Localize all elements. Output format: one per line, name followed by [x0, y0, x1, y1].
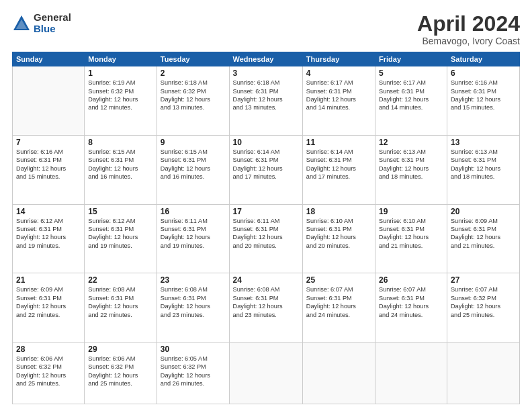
day-number: 4: [306, 68, 371, 78]
week-row-2: 7Sunrise: 6:16 AM Sunset: 6:31 PM Daylig…: [13, 135, 520, 204]
calendar-cell: [302, 342, 375, 404]
day-header-friday: Friday: [375, 52, 447, 66]
logo-icon: [12, 14, 31, 33]
calendar-cell: 23Sunrise: 6:08 AM Sunset: 6:31 PM Dayli…: [157, 273, 229, 342]
day-number: 19: [379, 207, 443, 216]
day-number: 7: [16, 138, 81, 147]
calendar-title: April 2024: [417, 12, 520, 36]
calendar-cell: 15Sunrise: 6:12 AM Sunset: 6:31 PM Dayli…: [85, 204, 157, 273]
day-info: Sunrise: 6:09 AM Sunset: 6:31 PM Dayligh…: [451, 217, 516, 250]
day-info: Sunrise: 6:10 AM Sunset: 6:31 PM Dayligh…: [379, 217, 443, 250]
calendar-cell: 16Sunrise: 6:11 AM Sunset: 6:31 PM Dayli…: [157, 204, 229, 273]
day-info: Sunrise: 6:07 AM Sunset: 6:31 PM Dayligh…: [379, 285, 443, 319]
calendar-subtitle: Bemavogo, Ivory Coast: [417, 36, 520, 46]
day-number: 15: [88, 207, 153, 216]
logo-blue: Blue: [34, 24, 71, 35]
calendar-cell: 7Sunrise: 6:16 AM Sunset: 6:31 PM Daylig…: [13, 135, 85, 204]
day-info: Sunrise: 6:08 AM Sunset: 6:31 PM Dayligh…: [88, 285, 153, 319]
day-number: 10: [233, 138, 299, 147]
calendar-cell: 4Sunrise: 6:17 AM Sunset: 6:31 PM Daylig…: [302, 66, 375, 136]
calendar-cell: 10Sunrise: 6:14 AM Sunset: 6:31 PM Dayli…: [229, 135, 302, 204]
day-info: Sunrise: 6:05 AM Sunset: 6:32 PM Dayligh…: [161, 355, 226, 388]
calendar-cell: 8Sunrise: 6:15 AM Sunset: 6:31 PM Daylig…: [85, 135, 157, 204]
day-info: Sunrise: 6:14 AM Sunset: 6:31 PM Dayligh…: [233, 148, 299, 181]
calendar-cell: 12Sunrise: 6:13 AM Sunset: 6:31 PM Dayli…: [375, 135, 447, 204]
calendar-cell: 28Sunrise: 6:06 AM Sunset: 6:32 PM Dayli…: [13, 342, 85, 404]
day-info: Sunrise: 6:06 AM Sunset: 6:32 PM Dayligh…: [16, 355, 81, 388]
day-header-thursday: Thursday: [302, 52, 375, 66]
calendar-header: SundayMondayTuesdayWednesdayThursdayFrid…: [13, 52, 520, 66]
calendar-cell: 30Sunrise: 6:05 AM Sunset: 6:32 PM Dayli…: [157, 342, 229, 404]
calendar-cell: 6Sunrise: 6:16 AM Sunset: 6:31 PM Daylig…: [447, 66, 519, 136]
day-info: Sunrise: 6:16 AM Sunset: 6:31 PM Dayligh…: [16, 148, 81, 181]
calendar-cell: 25Sunrise: 6:07 AM Sunset: 6:31 PM Dayli…: [302, 273, 375, 342]
week-row-1: 1Sunrise: 6:19 AM Sunset: 6:32 PM Daylig…: [13, 66, 520, 136]
calendar-cell: 27Sunrise: 6:07 AM Sunset: 6:32 PM Dayli…: [447, 273, 519, 342]
calendar-body: 1Sunrise: 6:19 AM Sunset: 6:32 PM Daylig…: [13, 66, 520, 404]
day-info: Sunrise: 6:18 AM Sunset: 6:32 PM Dayligh…: [161, 79, 226, 112]
day-number: 21: [16, 275, 81, 285]
day-number: 20: [451, 207, 516, 216]
day-number: 26: [379, 275, 443, 285]
day-info: Sunrise: 6:12 AM Sunset: 6:31 PM Dayligh…: [16, 217, 81, 250]
day-info: Sunrise: 6:16 AM Sunset: 6:31 PM Dayligh…: [451, 79, 516, 112]
day-info: Sunrise: 6:11 AM Sunset: 6:31 PM Dayligh…: [161, 217, 226, 250]
day-number: 11: [306, 138, 371, 147]
day-number: 5: [379, 68, 443, 78]
calendar-cell: 3Sunrise: 6:18 AM Sunset: 6:31 PM Daylig…: [229, 66, 302, 136]
calendar-table: SundayMondayTuesdayWednesdayThursdayFrid…: [12, 52, 520, 404]
day-info: Sunrise: 6:15 AM Sunset: 6:31 PM Dayligh…: [161, 148, 226, 181]
calendar-cell: 19Sunrise: 6:10 AM Sunset: 6:31 PM Dayli…: [375, 204, 447, 273]
day-header-sunday: Sunday: [13, 52, 85, 66]
calendar-cell: 21Sunrise: 6:09 AM Sunset: 6:31 PM Dayli…: [13, 273, 85, 342]
day-header-wednesday: Wednesday: [229, 52, 302, 66]
logo: General Blue: [12, 12, 71, 34]
day-number: 9: [161, 138, 226, 147]
header: General Blue April 2024 Bemavogo, Ivory …: [12, 12, 520, 46]
day-info: Sunrise: 6:08 AM Sunset: 6:31 PM Dayligh…: [233, 285, 299, 319]
day-number: 22: [88, 275, 153, 285]
day-info: Sunrise: 6:07 AM Sunset: 6:32 PM Dayligh…: [451, 285, 516, 319]
calendar-cell: 22Sunrise: 6:08 AM Sunset: 6:31 PM Dayli…: [85, 273, 157, 342]
title-area: April 2024 Bemavogo, Ivory Coast: [417, 12, 520, 46]
day-info: Sunrise: 6:07 AM Sunset: 6:31 PM Dayligh…: [306, 285, 371, 319]
day-info: Sunrise: 6:08 AM Sunset: 6:31 PM Dayligh…: [161, 285, 226, 319]
day-info: Sunrise: 6:12 AM Sunset: 6:31 PM Dayligh…: [88, 217, 153, 250]
day-info: Sunrise: 6:11 AM Sunset: 6:31 PM Dayligh…: [233, 217, 299, 250]
day-info: Sunrise: 6:09 AM Sunset: 6:31 PM Dayligh…: [16, 285, 81, 319]
calendar-cell: 24Sunrise: 6:08 AM Sunset: 6:31 PM Dayli…: [229, 273, 302, 342]
day-info: Sunrise: 6:19 AM Sunset: 6:32 PM Dayligh…: [88, 79, 153, 112]
day-info: Sunrise: 6:13 AM Sunset: 6:31 PM Dayligh…: [379, 148, 443, 181]
day-number: 25: [306, 275, 371, 285]
day-number: 14: [16, 207, 81, 216]
day-number: 18: [306, 207, 371, 216]
day-info: Sunrise: 6:17 AM Sunset: 6:31 PM Dayligh…: [379, 79, 443, 112]
calendar-cell: 29Sunrise: 6:06 AM Sunset: 6:32 PM Dayli…: [85, 342, 157, 404]
calendar-cell: 26Sunrise: 6:07 AM Sunset: 6:31 PM Dayli…: [375, 273, 447, 342]
day-number: 8: [88, 138, 153, 147]
logo-general: General: [34, 12, 71, 24]
day-info: Sunrise: 6:18 AM Sunset: 6:31 PM Dayligh…: [233, 79, 299, 112]
calendar-cell: 17Sunrise: 6:11 AM Sunset: 6:31 PM Dayli…: [229, 204, 302, 273]
day-number: 2: [161, 68, 226, 78]
day-number: 3: [233, 68, 299, 78]
page: General Blue April 2024 Bemavogo, Ivory …: [0, 0, 532, 411]
day-info: Sunrise: 6:14 AM Sunset: 6:31 PM Dayligh…: [306, 148, 371, 181]
calendar-cell: [13, 66, 85, 136]
day-header-saturday: Saturday: [447, 52, 519, 66]
calendar-cell: 18Sunrise: 6:10 AM Sunset: 6:31 PM Dayli…: [302, 204, 375, 273]
calendar-cell: 11Sunrise: 6:14 AM Sunset: 6:31 PM Dayli…: [302, 135, 375, 204]
day-number: 6: [451, 68, 516, 78]
day-info: Sunrise: 6:15 AM Sunset: 6:31 PM Dayligh…: [88, 148, 153, 181]
day-number: 1: [88, 68, 153, 78]
day-number: 24: [233, 275, 299, 285]
calendar-cell: [447, 342, 519, 404]
logo-text: General Blue: [34, 12, 71, 34]
day-info: Sunrise: 6:17 AM Sunset: 6:31 PM Dayligh…: [306, 79, 371, 112]
day-number: 23: [161, 275, 226, 285]
day-info: Sunrise: 6:13 AM Sunset: 6:31 PM Dayligh…: [451, 148, 516, 181]
calendar-cell: 2Sunrise: 6:18 AM Sunset: 6:32 PM Daylig…: [157, 66, 229, 136]
day-number: 27: [451, 275, 516, 285]
day-header-monday: Monday: [85, 52, 157, 66]
week-row-5: 28Sunrise: 6:06 AM Sunset: 6:32 PM Dayli…: [13, 342, 520, 404]
